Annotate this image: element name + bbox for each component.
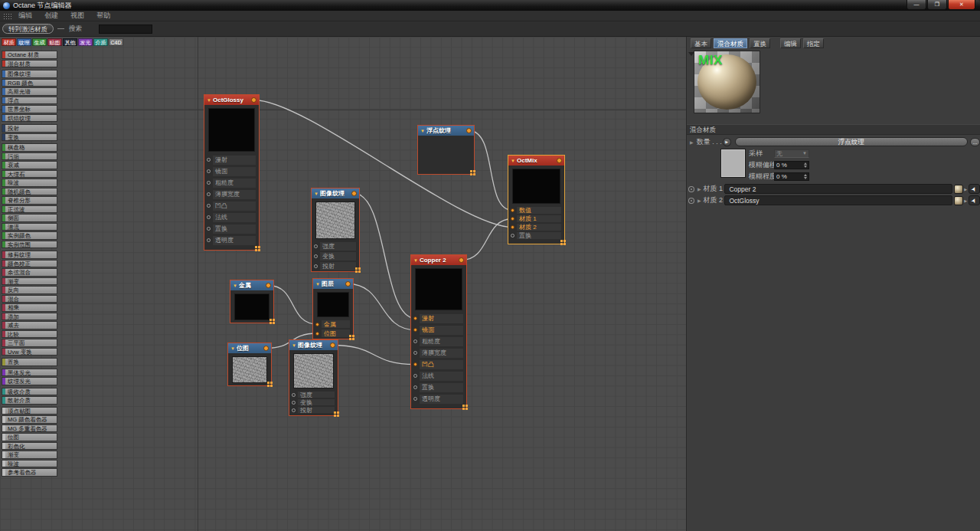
- collapse-triangle-icon[interactable]: ▼: [511, 159, 515, 163]
- palette-item[interactable]: 实例颜色: [2, 231, 57, 240]
- input-port[interactable]: [292, 408, 296, 412]
- target-icon[interactable]: [688, 198, 694, 204]
- tab-混合材质[interactable]: 混合材质: [714, 38, 747, 48]
- input-row-透明度[interactable]: 透明度: [411, 393, 466, 405]
- input-row-数值[interactable]: 数值: [508, 206, 564, 215]
- input-port[interactable]: [413, 316, 417, 320]
- input-port[interactable]: [413, 397, 417, 401]
- tab-置换[interactable]: 置换: [750, 38, 770, 48]
- palette-item[interactable]: RGB 颜色: [2, 79, 57, 87]
- output-port[interactable]: [557, 158, 562, 163]
- input-port[interactable]: [413, 339, 417, 343]
- input-row-凹凸[interactable]: 凹凸: [204, 200, 259, 211]
- palette-item[interactable]: MG 多重着色器: [2, 424, 57, 433]
- palette-item[interactable]: 衰减: [2, 161, 57, 169]
- input-row-漫射[interactable]: 漫射: [411, 313, 466, 324]
- palette-item[interactable]: 浮点: [2, 97, 57, 105]
- palette-tab-介质[interactable]: 介质: [93, 38, 108, 46]
- title-bar[interactable]: Octane 节点编辑器 — ❐ ✕: [0, 0, 980, 11]
- input-port[interactable]: [292, 393, 296, 397]
- node-graph-canvas[interactable]: ▼OctGlossy漫射镜面粗糙度薄膜宽度凹凸法线置换透明度▼浮点纹理▼OctM…: [0, 37, 686, 531]
- resize-grip-icon[interactable]: [470, 170, 472, 172]
- material-thumbnail[interactable]: [954, 185, 963, 194]
- blur-amount-input[interactable]: 0 %: [774, 172, 809, 181]
- output-port[interactable]: [251, 97, 256, 103]
- input-row-置换[interactable]: 置换: [508, 231, 564, 240]
- menu-item-编辑[interactable]: 编辑: [18, 11, 32, 21]
- pick-cursor-button[interactable]: ➤: [969, 195, 980, 205]
- input-port[interactable]: [314, 244, 318, 248]
- palette-tab-其他[interactable]: 其他: [63, 38, 77, 46]
- node-header[interactable]: ▼OctGlossy: [204, 95, 259, 105]
- close-button[interactable]: ✕: [948, 0, 975, 10]
- input-port[interactable]: [207, 181, 211, 185]
- node-floattex[interactable]: ▼浮点纹理: [417, 125, 475, 175]
- palette-tab-C4D[interactable]: C4D: [109, 38, 123, 46]
- collapse-triangle-icon[interactable]: ▼: [413, 258, 418, 263]
- node-copper2[interactable]: ▼Copper 2漫射镜面粗糙度薄膜宽度凹凸法线置换透明度: [410, 254, 467, 409]
- material-name-field[interactable]: Copper 2: [724, 184, 952, 194]
- expand-triangle-icon[interactable]: ▶: [697, 186, 701, 192]
- collapse-triangle-icon[interactable]: ▼: [230, 346, 235, 351]
- palette-item[interactable]: Uvw 变换: [2, 348, 57, 356]
- node-header[interactable]: ▼图像纹理: [312, 188, 359, 198]
- input-row-法线[interactable]: 法线: [411, 370, 466, 382]
- input-port[interactable]: [207, 169, 211, 173]
- collapse-triangle-icon[interactable]: ▼: [292, 343, 296, 348]
- node-octglossy[interactable]: ▼OctGlossy漫射镜面粗糙度薄膜宽度凹凸法线置换透明度: [204, 94, 260, 251]
- palette-tab-材质[interactable]: 材质: [2, 38, 16, 46]
- stepper-icon[interactable]: [804, 174, 807, 179]
- palette-item[interactable]: 侧面: [2, 214, 57, 222]
- input-port[interactable]: [207, 227, 211, 231]
- input-row-强度[interactable]: 强度: [289, 391, 338, 398]
- input-port[interactable]: [207, 238, 211, 242]
- node-imgtex2[interactable]: ▼图像纹理强度变换投射: [289, 339, 338, 416]
- expand-triangle-icon[interactable]: ▶: [964, 187, 967, 192]
- menu-item-帮助[interactable]: 帮助: [96, 11, 110, 21]
- node-header[interactable]: ▼Copper 2: [411, 255, 466, 265]
- resize-grip-icon[interactable]: [267, 382, 270, 384]
- input-row-透明度[interactable]: 透明度: [204, 234, 259, 246]
- input-row-法线[interactable]: 法线: [204, 211, 259, 223]
- palette-item[interactable]: 湍流: [2, 223, 57, 231]
- grip-icon[interactable]: [3, 13, 12, 19]
- palette-item[interactable]: 纹理发光: [2, 377, 57, 385]
- search-input[interactable]: [99, 25, 152, 34]
- palette-tab-纹理[interactable]: 纹理: [17, 38, 31, 46]
- palette-tab-生成[interactable]: 生成: [32, 38, 47, 46]
- expand-triangle-icon[interactable]: ▶: [697, 198, 701, 203]
- palette-item[interactable]: 添加: [2, 313, 57, 321]
- input-row-强度[interactable]: 强度: [312, 241, 359, 251]
- input-port[interactable]: [207, 192, 211, 196]
- input-port[interactable]: [207, 204, 211, 208]
- resize-grip-icon[interactable]: [255, 246, 257, 248]
- palette-item[interactable]: 图像纹理: [2, 70, 57, 78]
- input-row-置换[interactable]: 置换: [411, 382, 466, 393]
- palette-item[interactable]: 散射介质: [2, 396, 57, 405]
- palette-tab-贴图[interactable]: 贴图: [47, 38, 62, 46]
- input-row-材质 2[interactable]: 材质 2: [508, 223, 564, 231]
- node-header[interactable]: ▼图像纹理: [289, 340, 338, 350]
- minimize-button[interactable]: —: [906, 0, 926, 10]
- palette-item[interactable]: 大理石: [2, 170, 57, 179]
- resize-grip-icon[interactable]: [349, 335, 351, 337]
- palette-item[interactable]: 世界坐标: [2, 105, 57, 113]
- input-port[interactable]: [413, 362, 417, 366]
- node-header[interactable]: ▼浮点纹理: [418, 126, 474, 136]
- tab-指定[interactable]: 指定: [803, 38, 824, 48]
- input-row-粗糙度[interactable]: 粗糙度: [204, 177, 259, 188]
- palette-item[interactable]: 余弦混合: [2, 268, 57, 277]
- amount-color-swatch[interactable]: [720, 149, 746, 178]
- node-layer[interactable]: ▼图层金属位图: [312, 278, 354, 339]
- material-thumbnail[interactable]: [954, 196, 963, 205]
- collapse-triangle-icon[interactable]: ▼: [233, 284, 237, 288]
- amount-texture-button[interactable]: 浮点纹理: [735, 137, 968, 146]
- palette-item[interactable]: 投射: [2, 124, 57, 133]
- resize-grip-icon[interactable]: [270, 319, 272, 321]
- collapse-triangle-icon[interactable]: ▼: [315, 282, 320, 287]
- input-port[interactable]: [511, 234, 514, 238]
- menu-item-视图[interactable]: 视图: [70, 11, 84, 21]
- stepper-icon[interactable]: [804, 162, 807, 168]
- palette-item[interactable]: 参考着色器: [2, 468, 57, 477]
- target-icon[interactable]: [688, 186, 694, 192]
